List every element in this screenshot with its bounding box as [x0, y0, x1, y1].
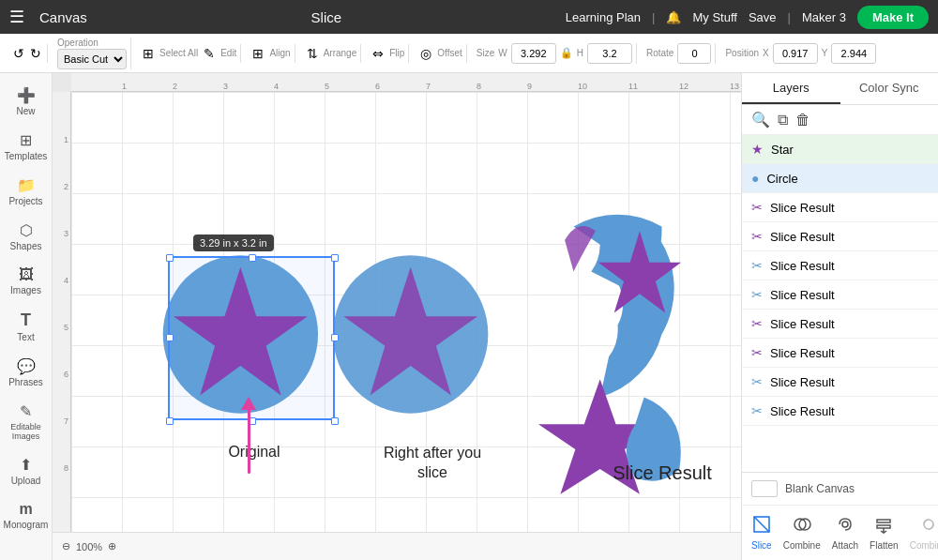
sidebar-item-new[interactable]: ➕ New — [4, 81, 49, 122]
layer-item-slice-3[interactable]: ✂ Slice Result — [742, 251, 938, 280]
sidebar-item-text[interactable]: T Text — [4, 305, 49, 348]
new-icon: ➕ — [17, 86, 36, 104]
svg-rect-11 — [877, 520, 890, 522]
sidebar-item-projects[interactable]: 📁 Projects — [4, 171, 49, 212]
resize-handle-tl[interactable] — [166, 254, 174, 262]
templates-icon: ⊞ — [20, 131, 32, 149]
layer-item-circle[interactable]: ● Circle — [742, 164, 938, 193]
pos-x-input[interactable] — [773, 43, 818, 64]
redo-button[interactable]: ↻ — [28, 44, 43, 63]
layer-item-slice-4[interactable]: ✂ Slice Result — [742, 280, 938, 310]
slice-icon-6: ✂ — [751, 345, 763, 360]
resize-handle-tc[interactable] — [249, 254, 256, 262]
canvas-area[interactable]: 1 2 3 4 5 6 7 8 9 10 11 12 13 1 2 3 4 5 … — [53, 73, 741, 560]
save-link[interactable]: Save — [749, 10, 777, 24]
pos-y-input[interactable] — [831, 43, 876, 64]
operation-group: Operation Basic Cut — [53, 38, 131, 69]
combine2-button[interactable]: Combine — [904, 511, 938, 554]
tab-color-sync[interactable]: Color Sync — [840, 73, 939, 104]
layer-item-slice-2[interactable]: ✂ Slice Result — [742, 222, 938, 251]
resize-handle-br[interactable] — [331, 417, 339, 425]
flip-button[interactable]: ⇔ — [371, 44, 386, 63]
attach-button[interactable]: Attach — [826, 511, 864, 554]
label-slice-result: Slice Result — [582, 462, 741, 484]
width-input[interactable] — [511, 43, 556, 64]
maker-selector[interactable]: Maker 3 — [802, 10, 846, 24]
select-all-button[interactable]: ⊞ — [141, 44, 156, 63]
resize-handle-tr[interactable] — [331, 254, 339, 262]
make-it-button[interactable]: Make It — [857, 6, 929, 29]
blank-canvas-swatch[interactable] — [751, 480, 778, 497]
sidebar-item-upload[interactable]: ⬆ Upload — [4, 450, 49, 492]
slice-button[interactable]: Slice — [746, 511, 778, 554]
canvas-content[interactable]: 3.29 in x 3.2 in Original Right after yo… — [71, 92, 741, 532]
height-input[interactable] — [587, 43, 632, 64]
offset-button[interactable]: ◎ — [418, 44, 433, 63]
layer-item-slice-1[interactable]: ✂ Slice Result — [742, 193, 938, 222]
learning-plan-link[interactable]: Learning Plan — [566, 10, 641, 24]
layer-item-slice-5[interactable]: ✂ Slice Result — [742, 310, 938, 339]
circle-shape-icon: ● — [751, 171, 759, 186]
layer-item-star[interactable]: ★ Star — [742, 135, 938, 164]
undo-button[interactable]: ↺ — [11, 44, 26, 63]
right-panel: Layers Color Sync 🔍 ⧉ 🗑 ★ Star ● Circle … — [741, 73, 938, 560]
layer-label-circle: Circle — [766, 172, 797, 186]
resize-handle-mr[interactable] — [331, 334, 339, 341]
ruler-vertical: 1 2 3 4 5 6 7 8 — [53, 92, 71, 532]
sidebar-item-images[interactable]: 🖼 Images — [4, 261, 49, 301]
shapes-icon: ⬡ — [20, 221, 33, 239]
tab-layers[interactable]: Layers — [742, 73, 840, 104]
layer-item-slice-6[interactable]: ✂ Slice Result — [742, 339, 938, 368]
layer-search-button[interactable]: 🔍 — [751, 111, 770, 129]
slice-icon-7: ✂ — [751, 374, 763, 389]
combine-button[interactable]: Combine — [778, 511, 826, 554]
zoom-out-icon[interactable]: ⊖ — [62, 540, 70, 552]
images-icon: 🖼 — [19, 266, 34, 283]
undo-redo-group: ↺ ↻ — [8, 44, 48, 63]
layer-item-slice-7[interactable]: ✂ Slice Result — [742, 368, 938, 397]
sidebar-item-shapes[interactable]: ⬡ Shapes — [4, 216, 49, 257]
selection-box — [168, 256, 335, 420]
sidebar-item-monogram[interactable]: m Monogram — [4, 495, 49, 536]
resize-handle-ml[interactable] — [166, 334, 174, 341]
svg-line-7 — [754, 517, 769, 532]
combine-icon — [793, 515, 811, 538]
arrange-button[interactable]: ⇅ — [305, 44, 320, 63]
layer-copy-button[interactable]: ⧉ — [778, 112, 788, 129]
rotate-input[interactable] — [677, 43, 711, 64]
size-group: Size W 🔒 H — [473, 43, 637, 64]
flip-group: ⇔ Flip — [367, 44, 409, 63]
resize-handle-bl[interactable] — [166, 417, 174, 425]
sidebar-item-editable-images[interactable]: ✎ Editable Images — [4, 397, 49, 446]
sidebar-item-templates[interactable]: ⊞ Templates — [4, 126, 49, 167]
panel-toolbar: 🔍 ⧉ 🗑 — [742, 105, 938, 135]
editable-images-icon: ✎ — [20, 402, 32, 420]
layer-label-slice-4: Slice Result — [770, 288, 835, 302]
sidebar-item-phrases[interactable]: 💬 Phrases — [4, 352, 49, 393]
edit-button[interactable]: ✎ — [202, 44, 217, 63]
blank-canvas-label: Blank Canvas — [785, 482, 855, 495]
flatten-button[interactable]: Flatten — [864, 511, 904, 554]
align-button[interactable]: ⊞ — [250, 44, 265, 63]
label-original: Original — [203, 444, 306, 461]
layer-label-slice-7: Slice Result — [770, 375, 835, 389]
slice-icon-3: ✂ — [751, 258, 763, 273]
offset-group: ◎ Offset — [415, 44, 467, 63]
zoom-level: 100% — [76, 541, 102, 552]
projects-icon: 📁 — [17, 176, 36, 194]
align-group: ⊞ Align — [247, 44, 295, 63]
layer-item-slice-8[interactable]: ✂ Slice Result — [742, 397, 938, 426]
zoom-in-icon[interactable]: ⊕ — [108, 540, 116, 552]
layer-delete-button[interactable]: 🗑 — [795, 112, 810, 129]
layer-label-slice-1: Slice Result — [770, 201, 835, 215]
blank-canvas-row: Blank Canvas — [742, 473, 938, 506]
nav-right: Learning Plan | 🔔 My Stuff Save | Maker … — [566, 6, 929, 29]
slice-icon-4: ✂ — [751, 287, 763, 302]
action-buttons: Slice Combine Attach — [742, 506, 938, 560]
operation-select[interactable]: Basic Cut — [57, 49, 127, 69]
app-title: Canvas — [39, 9, 87, 25]
menu-icon[interactable]: ☰ — [9, 7, 24, 27]
layer-label-slice-6: Slice Result — [770, 346, 835, 360]
slice-icon-5: ✂ — [751, 316, 763, 331]
my-stuff-link[interactable]: My Stuff — [692, 10, 736, 24]
